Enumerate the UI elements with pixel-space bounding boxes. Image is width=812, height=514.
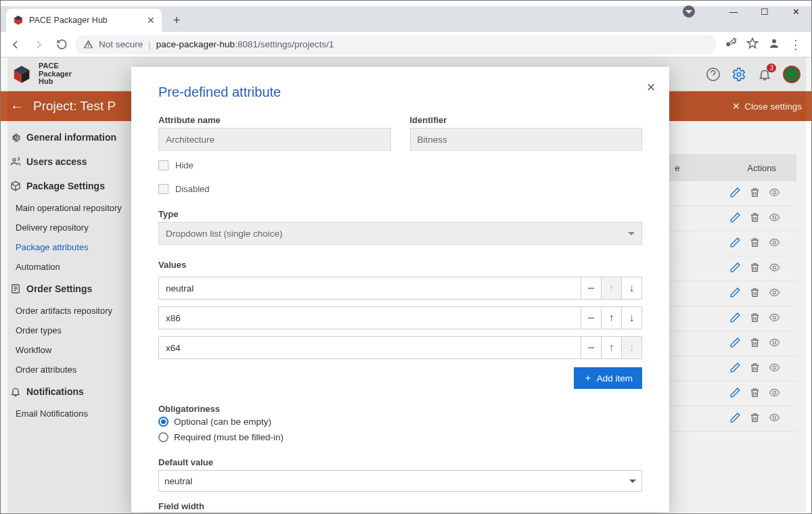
profile-icon[interactable] xyxy=(768,37,780,52)
attr-name-label: Attribute name xyxy=(158,115,391,125)
disabled-checkbox[interactable]: Disabled xyxy=(158,184,642,194)
move-down-button[interactable]: ↓ xyxy=(622,306,642,329)
window-controls: — ☐ ✕ xyxy=(673,1,811,22)
remove-value-button[interactable]: − xyxy=(581,306,602,329)
circle-icon[interactable] xyxy=(673,1,704,22)
move-down-button[interactable]: ↓ xyxy=(622,277,642,300)
url-box[interactable]: Not secure | pace-packager-hub:8081/sett… xyxy=(75,35,717,54)
key-icon[interactable] xyxy=(725,37,737,52)
cube-icon xyxy=(13,15,24,26)
radio-optional[interactable]: Optional (can be empty) xyxy=(158,417,642,427)
not-secure-label: Not secure xyxy=(99,39,143,49)
attribute-modal: ✕ Pre-defined attribute Attribute name I… xyxy=(131,67,669,512)
back-button[interactable] xyxy=(6,35,25,54)
attr-name-input[interactable] xyxy=(158,128,391,151)
add-item-button[interactable]: ＋Add item xyxy=(574,367,642,389)
remove-value-button[interactable]: − xyxy=(581,336,602,359)
move-up-button: ↑ xyxy=(602,277,622,300)
move-up-button[interactable]: ↑ xyxy=(602,306,622,329)
value-row: − ↑ ↓ xyxy=(158,306,642,329)
tab-title: PACE Packager Hub xyxy=(29,16,108,25)
warning-icon xyxy=(83,39,93,49)
move-up-button[interactable]: ↑ xyxy=(602,336,622,359)
close-window-button[interactable]: ✕ xyxy=(780,1,811,22)
menu-icon[interactable]: ⋮ xyxy=(790,37,802,52)
move-down-button: ↓ xyxy=(622,336,642,359)
star-icon[interactable] xyxy=(746,37,759,52)
default-value-label: Default value xyxy=(158,457,642,467)
minimize-button[interactable]: — xyxy=(718,1,749,22)
values-label: Values xyxy=(158,260,642,270)
maximize-button[interactable]: ☐ xyxy=(749,1,780,22)
radio-required[interactable]: Required (must be filled-in) xyxy=(158,432,642,442)
address-bar: Not secure | pace-packager-hub:8081/sett… xyxy=(1,32,811,57)
obligatoriness-label: Obligatoriness xyxy=(158,404,642,414)
identifier-label: Identifier xyxy=(410,115,643,125)
plus-icon: ＋ xyxy=(583,372,593,384)
svg-point-1 xyxy=(772,39,776,43)
field-width-label: Field width xyxy=(158,501,642,511)
modal-title: Pre-defined attribute xyxy=(158,85,642,100)
type-select[interactable]: Dropdown list (single choice) xyxy=(158,222,642,245)
value-row: − ↑ ↓ xyxy=(158,277,642,300)
identifier-input[interactable] xyxy=(410,128,643,151)
type-label: Type xyxy=(158,209,642,219)
close-tab-icon[interactable]: ✕ xyxy=(147,15,155,26)
svg-point-0 xyxy=(726,42,730,46)
new-tab-button[interactable]: + xyxy=(167,11,186,30)
browser-tab[interactable]: PACE Packager Hub ✕ xyxy=(6,9,162,32)
hide-checkbox[interactable]: Hide xyxy=(158,160,642,170)
default-value-select[interactable]: neutral xyxy=(158,470,642,492)
reload-button[interactable] xyxy=(52,35,71,54)
value-input[interactable] xyxy=(158,306,581,329)
value-row: − ↑ ↓ xyxy=(158,336,642,359)
value-input[interactable] xyxy=(158,336,581,359)
remove-value-button[interactable]: − xyxy=(581,277,602,300)
modal-close-button[interactable]: ✕ xyxy=(646,80,656,95)
forward-button[interactable] xyxy=(29,35,48,54)
value-input[interactable] xyxy=(158,277,581,300)
